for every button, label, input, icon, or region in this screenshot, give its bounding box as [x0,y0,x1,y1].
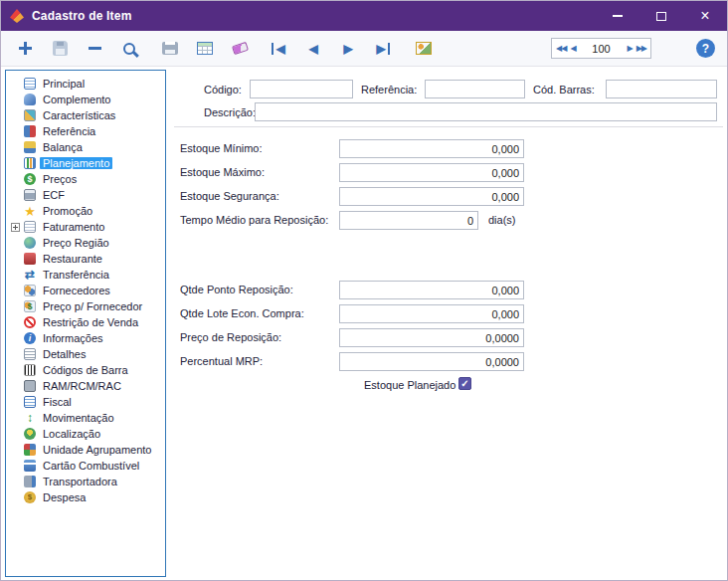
sidebar-item-restaurante[interactable]: Restaurante [6,251,165,267]
movement-icon: ↕ [24,412,36,424]
close-button[interactable]: × [683,1,727,31]
sidebar-item-unidade-agrupamento[interactable]: Unidade Agrupamento [6,442,165,458]
field-label-qtde-lote-econ-compra: Qtde Lote Econ. Compra: [180,307,304,319]
field-input-estoque-minimo[interactable] [339,139,524,158]
sidebar-item-cartao-combustivel[interactable]: Cartão Combustível [6,458,165,474]
field-input-tempo-medio-para-reposicao[interactable] [339,211,478,230]
sidebar-item-label: Códigos de Barra [40,364,131,376]
sidebar-item-label: Informações [40,332,106,344]
field-input-estoque-seguranca[interactable] [339,187,524,206]
help-button[interactable]: ? [696,39,715,58]
sidebar-item-fiscal[interactable]: Fiscal [6,394,165,410]
pager-prev-button[interactable]: ◀ [570,45,575,53]
print-button[interactable] [158,37,182,61]
cod-barras-input[interactable] [606,80,717,98]
sidebar-item-caracteristicas[interactable]: Características [6,107,165,123]
pager-last-button[interactable]: ▶▶ [637,45,646,53]
field-input-estoque-maximo[interactable] [339,163,524,182]
field-label-estoque-seguranca: Estoque Segurança: [180,190,279,202]
suppliers-icon [24,285,36,296]
minimize-icon [613,15,623,17]
sidebar-item-ram-rcm-rac[interactable]: RAM/RCM/RAC [6,378,165,394]
sidebar-item-precos[interactable]: $Preços [6,171,165,187]
estoque-planejado-checkbox[interactable]: ✓ [458,377,471,390]
minimize-button[interactable] [596,1,639,31]
field-input-qtde-lote-econ-compra[interactable] [339,304,524,323]
pager-value[interactable]: 100 [580,43,624,55]
sidebar-item-label: Unidade Agrupamento [40,444,154,456]
sidebar-item-ecf[interactable]: ECF [6,187,165,203]
field-label-estoque-minimo: Estoque Mínimo: [180,142,263,154]
nav-first-icon: ◀ [272,43,284,55]
sidebar-item-label: Localização [40,428,103,440]
save-button[interactable] [48,37,72,61]
picture-icon [416,42,432,55]
fiscal-icon [24,396,36,408]
sidebar-item-referencia[interactable]: Referência [6,123,165,139]
pager-next-button[interactable]: ▶ [628,45,633,53]
field-input-percentual-mrp[interactable] [339,352,524,371]
clear-button[interactable] [228,37,252,61]
nav-prev-button[interactable]: ◀ [301,37,325,61]
codigo-input[interactable] [250,80,353,98]
location-icon [24,428,36,440]
sidebar-item-informacoes[interactable]: iInformações [6,330,165,346]
field-input-preco-de-reposicao[interactable] [339,328,524,347]
sidebar-item-movimentacao[interactable]: ↕Movimentação [6,410,165,426]
restriction-icon [24,316,36,328]
field-input-qtde-ponto-reposicao[interactable] [339,281,524,299]
nav-prev-icon: ◀ [308,43,317,55]
pager-first-button[interactable]: ◀◀ [556,45,566,53]
app-logo-icon [10,9,24,23]
reference-icon [24,125,36,137]
preview-button[interactable] [412,37,436,61]
nav-last-button[interactable]: ▶ [371,37,395,61]
referencia-input[interactable] [425,80,525,98]
restaurant-icon [24,253,36,265]
add-button[interactable] [13,37,37,61]
sidebar-item-despesa[interactable]: $Despesa [6,489,165,505]
sidebar-item-label: Transferência [40,269,112,281]
cod-barras-label: Cód. Barras: [533,84,595,96]
sidebar-item-balanca[interactable]: Balança [6,139,165,155]
sidebar-item-label: Promoção [40,205,95,217]
sidebar-item-promocao[interactable]: ★Promoção [6,203,165,219]
plus-icon [19,42,32,55]
save-icon [53,41,68,56]
sidebar-item-label: ECF [40,189,68,201]
sidebar-item-transferencia[interactable]: ⇄Transferência [6,267,165,283]
planning-icon [24,157,36,169]
delete-button[interactable] [83,37,106,61]
codigo-label: Código: [204,84,242,96]
info-icon: i [24,332,36,344]
supplier-price-icon: $ [24,300,36,312]
descricao-input[interactable] [255,102,717,121]
nav-next-icon: ▶ [343,43,352,55]
maximize-icon [656,12,666,21]
form-icon [24,78,36,90]
sidebar-item-codigos-de-barra[interactable]: Códigos de Barra [6,362,165,378]
maximize-button[interactable] [639,1,683,31]
sidebar-item-preco-regiao[interactable]: Preço Região [6,235,165,251]
sidebar-item-restricao-de-venda[interactable]: Restrição de Venda [6,314,165,330]
field-suffix-tempo-medio-para-reposicao: dia(s) [488,214,516,226]
sidebar-item-transportadora[interactable]: Transportadora [6,474,165,489]
sidebar-item-localizacao[interactable]: Localização [6,426,165,442]
search-button[interactable] [117,37,141,61]
money-icon: $ [24,173,36,185]
expand-icon[interactable] [11,223,20,232]
sidebar-item-preco-p-fornecedor[interactable]: $Preço p/ Fornecedor [6,298,165,314]
nav-next-button[interactable]: ▶ [336,37,360,61]
sidebar-item-planejamento[interactable]: Planejamento [6,155,165,171]
region-icon [24,237,36,249]
grid-button[interactable] [193,37,217,61]
sidebar-item-principal[interactable]: Principal [6,76,165,92]
grid-icon [197,42,213,55]
sidebar-item-detalhes[interactable]: Detalhes [6,346,165,362]
sidebar-item-fornecedores[interactable]: Fornecedores [6,283,165,298]
nav-last-icon: ▶ [376,43,389,55]
nav-first-button[interactable]: ◀ [267,37,290,61]
field-label-estoque-maximo: Estoque Máximo: [180,166,265,178]
sidebar-item-complemento[interactable]: Complemento [6,92,165,107]
sidebar-item-faturamento[interactable]: Faturamento [6,219,165,235]
